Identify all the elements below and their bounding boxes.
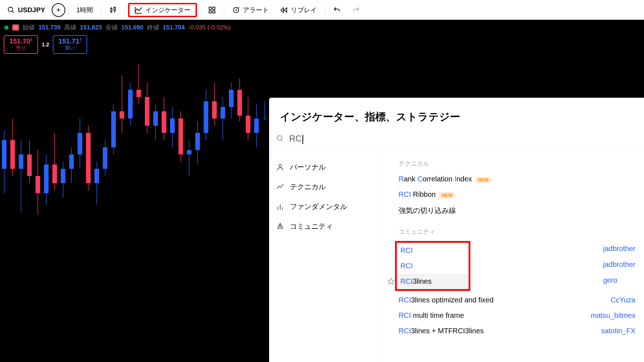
alert-icon [232, 6, 240, 14]
result-row[interactable]: 強気の切り込み線 [379, 202, 644, 219]
sidebar-item-community[interactable]: コミュニティ [269, 217, 378, 236]
results-panel: テクニカル Rank Correlation IndexNEWRCI Ribbo… [379, 151, 644, 362]
search-icon [7, 6, 15, 14]
star-icon[interactable] [387, 278, 395, 285]
add-symbol-button[interactable]: + [52, 3, 65, 17]
result-name: RCI [400, 262, 413, 270]
result-row[interactable]: RCI RibbonNEW [379, 187, 644, 202]
interval-select[interactable]: 1時間 [71, 4, 98, 17]
svg-rect-31 [44, 164, 48, 193]
modal-title: インジケーター、指標、ストラテジー [269, 98, 644, 134]
results-section-header: テクニカル [379, 157, 644, 171]
results-section-header: コミュニティ [379, 226, 644, 240]
indicators-button[interactable]: インジケーター [128, 3, 197, 17]
svg-rect-81 [254, 119, 259, 133]
ohlc-bar: ≈ 始値151.739 高値151.823 安値151.690 終値151.70… [0, 20, 644, 34]
svg-rect-35 [61, 169, 65, 183]
new-badge: NEW [476, 177, 492, 183]
search-value: RCI [289, 134, 304, 143]
result-name: RCI [400, 246, 413, 255]
sell-button[interactable]: 151.705 売り [4, 35, 38, 54]
sidebar-item-fundamental[interactable]: ファンダメンタル [269, 197, 378, 217]
svg-rect-29 [36, 176, 40, 193]
sidebar-item-personal[interactable]: パーソナル [269, 157, 378, 177]
new-badge: NEW [439, 192, 455, 199]
result-author[interactable]: matsu_bitmex [591, 311, 636, 320]
svg-rect-77 [238, 90, 242, 116]
interval-label: 1時間 [76, 6, 93, 14]
buy-button[interactable]: 151.717 買い [53, 35, 87, 54]
symbol-search[interactable]: USDJPY [2, 4, 50, 16]
low-label: 安値 [105, 23, 118, 32]
buy-price: 151.71 [58, 37, 79, 45]
grid-icon [208, 6, 216, 14]
buy-sell-row: 151.705 売り 1.2 151.717 買い [0, 34, 644, 54]
svg-line-85 [281, 140, 283, 141]
result-author[interactable]: satotin_FX [601, 327, 635, 335]
alert-button[interactable]: アラート [227, 4, 274, 17]
result-row[interactable]: RCI multi time framematsu_bitmex [379, 308, 644, 323]
svg-rect-65 [187, 150, 192, 154]
result-name: RCI multi time frame [399, 311, 464, 320]
open-value: 151.739 [38, 24, 60, 31]
svg-rect-23 [10, 140, 15, 169]
svg-rect-2 [111, 8, 112, 11]
result-row[interactable]: RCI3lines [397, 274, 469, 289]
candlestick-chart[interactable] [0, 61, 269, 219]
search-input[interactable]: RCI [289, 134, 637, 144]
result-name: RCI3lines optimized and fixed [399, 296, 494, 304]
alert-label: アラート [243, 6, 269, 14]
svg-rect-55 [145, 97, 150, 126]
result-row[interactable]: RCI [397, 258, 469, 274]
svg-rect-25 [19, 154, 23, 169]
result-name: RCI RibbonNEW [399, 190, 455, 199]
sidebar-item-label: ファンダメンタル [290, 202, 347, 212]
result-name: Rank Correlation IndexNEW [399, 175, 491, 183]
svg-rect-71 [212, 101, 217, 119]
undo-button[interactable] [328, 4, 346, 16]
person-icon [276, 163, 284, 171]
svg-rect-11 [213, 7, 215, 9]
svg-line-17 [238, 7, 239, 8]
sell-price-sup: 5 [30, 37, 32, 42]
svg-marker-92 [388, 278, 394, 284]
svg-rect-12 [209, 10, 211, 13]
buy-label: 買い [58, 45, 81, 51]
spread-value: 1.2 [42, 41, 49, 47]
svg-marker-90 [278, 223, 283, 228]
chart-line-icon [276, 183, 284, 191]
svg-rect-53 [136, 90, 141, 97]
svg-rect-21 [2, 140, 6, 169]
search-row: RCI [269, 134, 644, 151]
svg-rect-59 [162, 111, 166, 133]
close-label: 終値 [147, 23, 159, 32]
result-row[interactable]: Rank Correlation IndexNEW [379, 171, 644, 187]
indicators-icon [135, 6, 142, 14]
svg-rect-39 [77, 133, 82, 154]
high-value: 151.823 [80, 24, 102, 31]
templates-button[interactable] [203, 4, 221, 16]
svg-point-86 [279, 164, 281, 167]
buy-price-sup: 7 [79, 37, 81, 42]
redo-button[interactable] [347, 4, 365, 16]
chart-style-button[interactable] [104, 4, 122, 16]
separator [68, 5, 69, 15]
result-author[interactable]: jadbrother [603, 257, 635, 273]
result-author[interactable]: jadbrother [603, 241, 635, 257]
sidebar-item-technical[interactable]: テクニカル [269, 177, 378, 197]
result-author[interactable]: CcYuza [611, 296, 635, 304]
svg-point-0 [8, 7, 13, 11]
sell-price: 151.70 [9, 37, 30, 45]
result-author[interactable]: gero [603, 273, 635, 288]
svg-rect-67 [195, 133, 200, 150]
svg-rect-41 [86, 133, 91, 183]
result-row[interactable]: RCI3lines optimized and fixedCcYuza [379, 292, 644, 308]
result-row[interactable]: RCI3lines + MTFRCI3linessatotin_FX [379, 323, 644, 339]
modal-sidebar: パーソナル テクニカル ファンダメンタル コミュニティ [269, 151, 379, 362]
sidebar-item-label: コミュニティ [290, 222, 333, 231]
result-row[interactable]: RCI [397, 243, 469, 258]
replay-button[interactable]: リプレイ [275, 4, 322, 17]
replay-icon [280, 6, 288, 14]
candlestick-icon [109, 6, 117, 14]
svg-marker-18 [281, 8, 283, 12]
